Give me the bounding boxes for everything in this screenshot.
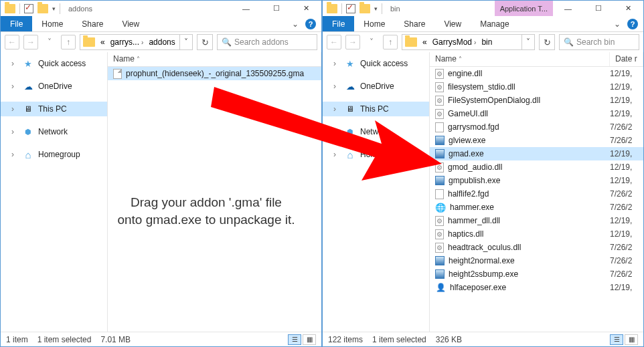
file-row[interactable]: halflife2.fgd7/26/2: [430, 187, 643, 201]
chevron-right-icon[interactable]: [329, 149, 340, 160]
file-row[interactable]: height2normal.exe7/26/2: [430, 254, 643, 267]
nav-item-onedrive[interactable]: OneDrive: [1, 79, 107, 94]
maximize-button[interactable]: ☐: [583, 1, 613, 16]
icons-view-button[interactable]: ▦: [625, 334, 638, 345]
file-row[interactable]: glview.exe7/26/2: [430, 134, 643, 147]
nav-item-homegroup[interactable]: Homegroup: [1, 147, 107, 162]
ribbon-tab-file[interactable]: File: [323, 16, 354, 31]
file-name: FileSystemOpenDialog.dll: [448, 96, 540, 105]
back-button[interactable]: ←: [5, 35, 19, 49]
help-icon[interactable]: ?: [627, 19, 638, 29]
address-dropdown-icon[interactable]: ˅: [179, 35, 192, 49]
ribbon-tab-home[interactable]: Home: [354, 16, 394, 31]
file-row[interactable]: FileSystemOpenDialog.dll12/19,: [430, 94, 643, 107]
file-type-dll-icon: [435, 69, 444, 79]
file-date: 12/19,: [610, 82, 643, 92]
file-row[interactable]: gmod_audio.dll12/19,: [430, 160, 643, 174]
address-dropdown-icon[interactable]: ˅: [521, 35, 534, 49]
close-button[interactable]: ✕: [291, 1, 321, 16]
chevron-right-icon[interactable]: [329, 58, 340, 69]
ribbon-tab-home[interactable]: Home: [32, 16, 72, 31]
chevron-right-icon[interactable]: [7, 81, 18, 92]
nav-item-quick-access[interactable]: Quick access: [1, 56, 107, 71]
nav-item-this-pc[interactable]: This PC: [1, 102, 107, 116]
navigation-pane[interactable]: Quick accessOneDriveThis PCNetworkHomegr…: [1, 52, 108, 332]
folder-icon[interactable]: [5, 4, 15, 13]
file-row[interactable]: gmad.exe12/19,: [430, 147, 643, 160]
chevron-right-icon[interactable]: [7, 149, 18, 160]
column-header-name[interactable]: Name: [108, 52, 321, 66]
nav-item-label: This PC: [38, 104, 67, 114]
minimize-button[interactable]: —: [231, 1, 261, 16]
close-button[interactable]: ✕: [613, 1, 643, 16]
ribbon-tab-manage[interactable]: Manage: [471, 16, 518, 31]
refresh-button[interactable]: ↻: [539, 34, 555, 50]
ribbon-expand-icon[interactable]: ⌄: [614, 19, 621, 29]
back-button[interactable]: ←: [327, 35, 341, 49]
nav-item-homegroup[interactable]: Homegroup: [323, 147, 429, 162]
nav-item-network[interactable]: Network: [1, 124, 107, 139]
chevron-right-icon[interactable]: ›: [474, 39, 476, 46]
forward-button[interactable]: →: [23, 35, 38, 49]
search-input[interactable]: 🔍 Search addons: [217, 34, 317, 50]
nav-item-network[interactable]: Network: [323, 124, 429, 139]
help-icon[interactable]: ?: [305, 19, 316, 29]
minimize-button[interactable]: —: [553, 1, 583, 16]
search-input[interactable]: 🔍 Search bin: [559, 34, 639, 50]
file-row[interactable]: GameUI.dll12/19,: [430, 107, 643, 120]
file-row[interactable]: hammer.exe7/26/2: [430, 201, 643, 214]
file-row[interactable]: garrysmod.fgd7/26/2: [430, 120, 643, 134]
chevron-right-icon[interactable]: ›: [141, 39, 143, 46]
file-list[interactable]: prophunt_(hidenseek)_-_original_13550925…: [108, 67, 321, 332]
navigation-pane[interactable]: Quick accessOneDriveThis PCNetworkHomegr…: [323, 52, 430, 332]
file-row[interactable]: headtrack_oculus.dll7/26/2: [430, 241, 643, 254]
chevron-right-icon[interactable]: [329, 104, 340, 114]
address-bar[interactable]: « GarrysMod› bin ˅: [402, 34, 535, 50]
nav-item-quick-access[interactable]: Quick access: [323, 56, 429, 71]
column-header-name[interactable]: Name: [430, 52, 610, 66]
address-bar[interactable]: « garrys...› addons ˅: [80, 34, 193, 50]
nav-item-onedrive[interactable]: OneDrive: [323, 79, 429, 94]
chevron-right-icon[interactable]: [7, 126, 18, 137]
file-date: 12/19,: [610, 162, 643, 172]
file-row[interactable]: hammer_dll.dll12/19,: [430, 214, 643, 227]
file-row[interactable]: engine.dll12/19,: [430, 67, 643, 80]
file-row[interactable]: prophunt_(hidenseek)_-_original_13550925…: [108, 67, 321, 80]
nav-item-this-pc[interactable]: This PC: [323, 102, 429, 116]
forward-button[interactable]: →: [345, 35, 360, 49]
context-tab-application-tools[interactable]: Application T...: [495, 1, 553, 16]
qat-dropdown-icon[interactable]: ▾: [374, 5, 378, 12]
new-folder-icon[interactable]: [359, 4, 370, 13]
file-list[interactable]: engine.dll12/19,filesystem_stdio.dll12/1…: [430, 67, 643, 332]
ribbon-tab-share[interactable]: Share: [72, 16, 112, 31]
maximize-button[interactable]: ☐: [261, 1, 291, 16]
up-button[interactable]: ↑: [383, 35, 398, 49]
ribbon-tab-view[interactable]: View: [112, 16, 149, 31]
qat-dropdown-icon[interactable]: ▾: [52, 5, 56, 12]
ribbon-expand-icon[interactable]: ⌄: [292, 19, 299, 29]
refresh-button[interactable]: ↻: [197, 34, 213, 50]
new-folder-icon[interactable]: [37, 4, 48, 13]
recent-locations-icon[interactable]: ˅: [364, 35, 379, 49]
ribbon-tab-file[interactable]: File: [1, 16, 32, 31]
recent-locations-icon[interactable]: ˅: [42, 35, 57, 49]
file-row[interactable]: filesystem_stdio.dll12/19,: [430, 80, 643, 94]
details-view-button[interactable]: ☰: [610, 334, 623, 345]
file-row[interactable]: height2ssbump.exe7/26/2: [430, 267, 643, 281]
ribbon-tab-share[interactable]: Share: [394, 16, 434, 31]
properties-checkbox-icon[interactable]: [24, 4, 33, 13]
chevron-right-icon[interactable]: [7, 58, 18, 69]
ribbon-tab-view[interactable]: View: [434, 16, 471, 31]
chevron-right-icon[interactable]: [329, 126, 340, 137]
chevron-right-icon[interactable]: [7, 104, 18, 114]
chevron-right-icon[interactable]: [329, 81, 340, 92]
icons-view-button[interactable]: ▦: [303, 334, 316, 345]
details-view-button[interactable]: ☰: [288, 334, 301, 345]
up-button[interactable]: ↑: [61, 35, 76, 49]
file-row[interactable]: haptics.dll12/19,: [430, 227, 643, 241]
file-row[interactable]: gmpublish.exe12/19,: [430, 174, 643, 187]
column-header-date[interactable]: Date r: [610, 52, 643, 66]
folder-icon[interactable]: [327, 4, 337, 13]
file-row[interactable]: hlfaceposer.exe12/19,: [430, 281, 643, 294]
properties-checkbox-icon[interactable]: [346, 4, 355, 13]
